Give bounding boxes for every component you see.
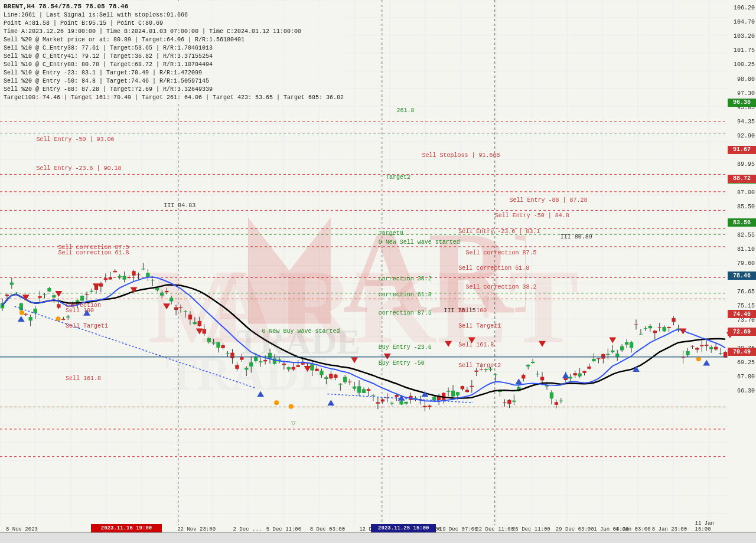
price-label: 81.10: [737, 246, 755, 252]
price-label: 82.55: [737, 231, 755, 238]
time-highlight: 2023.11.16 19:00: [91, 524, 162, 532]
price-marker: 72.69: [728, 328, 756, 336]
price-label: 76.65: [737, 288, 755, 295]
info-line: Sell %20 @ Market price or at: 80.89 | T…: [4, 36, 344, 44]
price-label: 100.25: [734, 61, 755, 68]
price-label: 101.75: [734, 47, 755, 54]
price-label: 94.35: [737, 118, 755, 125]
price-marker: 74.46: [728, 310, 756, 318]
time-label: 22 Nov 23:00: [177, 526, 216, 532]
price-label: 103.20: [734, 33, 755, 40]
price-label: 67.80: [737, 374, 755, 380]
time-label: 8 Dec 03:00: [310, 526, 345, 532]
info-line: Line:2661 | Last Signal is:Sell with sto…: [4, 11, 344, 19]
price-label: 69.25: [737, 359, 755, 366]
symbol-title: BRENT,H4 78.54/78.75 78.05 78.46: [4, 2, 344, 11]
time-label: 19 Dec 07:00: [439, 526, 478, 532]
time-label: 22 Dec 11:00: [475, 526, 514, 532]
price-label: 79.60: [737, 260, 755, 266]
info-line: Sell %10 @ C_Entry88: 80.78 | Target:68.…: [4, 61, 344, 69]
info-line: Sell %20 @ Entry -88: 87.28 | Target:72.…: [4, 86, 344, 94]
info-lines: Line:2661 | Last Signal is:Sell with sto…: [4, 11, 344, 102]
time-label: 8 Jan 23:00: [652, 526, 687, 532]
price-marker: 70.49: [728, 348, 756, 356]
price-marker: 83.56: [728, 218, 756, 227]
bottom-bar: 2023.11.16 19:002023.11.25 15:00: [0, 532, 756, 543]
price-label: 92.90: [737, 132, 755, 139]
price-scale: 106.20104.70103.20101.75100.2598.8097.30…: [728, 0, 756, 543]
price-label: 97.30: [737, 90, 755, 96]
price-label: 87.00: [737, 189, 755, 195]
info-panel: BRENT,H4 78.54/78.75 78.05 78.46 Line:26…: [1, 1, 346, 103]
price-marker: 88.72: [728, 175, 756, 183]
time-label: 26 Dec 11:00: [512, 526, 550, 532]
info-line: Target100: 74.46 | Target 161: 70.49 | T…: [4, 94, 344, 102]
info-line: Sell %10 @ C_Entry38: 77.61 | Target:53.…: [4, 44, 344, 53]
info-line: Sell %10 @ Entry -23: 83.1 | Target:70.4…: [4, 69, 344, 77]
info-line: Time A:2023.12.26 19:00:00 | Time B:2024…: [4, 28, 344, 36]
price-marker: 96.36: [728, 99, 756, 107]
info-line: Point A:81.58 | Point B:95.15 | Point C:…: [4, 19, 344, 28]
price-label: 104.70: [734, 19, 755, 25]
price-label: 98.80: [737, 76, 755, 82]
time-highlight: 2023.11.25 15:00: [371, 524, 436, 532]
chart-container: ARKET TRADE BRENT,H4 78.54/78.75 78.05 7…: [0, 0, 756, 543]
info-line: Sell %10 @ C_Entry41: 79.12 | Target:36.…: [4, 53, 344, 61]
time-label: 11 Jan 15:00: [695, 521, 717, 532]
time-label: 29 Dec 03:00: [556, 526, 594, 532]
price-label: 89.95: [737, 161, 755, 167]
time-label: 5 Dec 11:00: [266, 526, 301, 532]
time-label: 2 Dec ...: [233, 526, 262, 532]
price-label: 85.50: [737, 203, 755, 210]
time-label: 4 Jan 03:00: [615, 526, 650, 532]
price-label: 66.30: [737, 388, 755, 394]
time-label: 8 Nov 2023: [6, 526, 38, 532]
price-marker: 78.46: [728, 272, 756, 280]
price-label: 75.15: [737, 302, 755, 309]
price-marker: 91.67: [728, 146, 756, 154]
price-label: 106.20: [734, 5, 755, 11]
info-line: Sell %20 @ Entry -50: 84.8 | Target:74.4…: [4, 77, 344, 86]
